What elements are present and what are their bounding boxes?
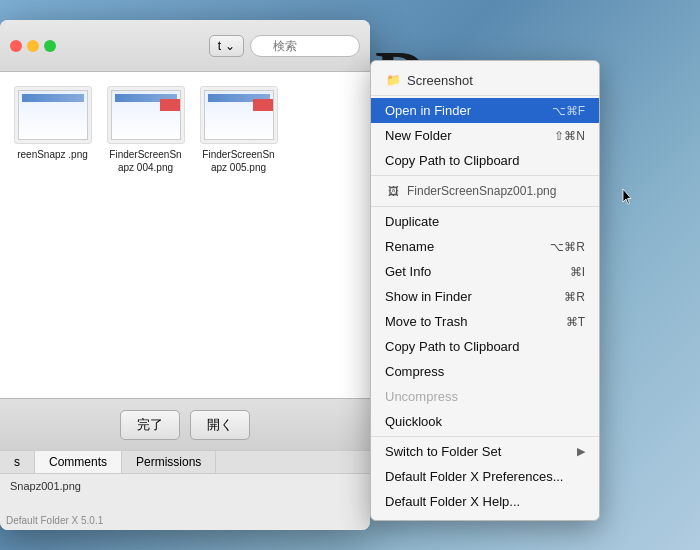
menu-item-new-folder[interactable]: New Folder ⇧⌘N <box>371 123 599 148</box>
thumb-inner <box>111 90 181 140</box>
menu-item-shortcut: ⇧⌘N <box>554 129 585 143</box>
menu-item-shortcut: ⌥⌘R <box>550 240 585 254</box>
traffic-lights <box>10 40 56 52</box>
menu-item-quicklook[interactable]: Quicklook <box>371 409 599 434</box>
menu-file-actions: Duplicate Rename ⌥⌘R Get Info ⌘I Show in… <box>371 207 599 437</box>
menu-item-get-info[interactable]: Get Info ⌘I <box>371 259 599 284</box>
folder-header-label: Screenshot <box>407 73 473 88</box>
menu-item-show-in-finder[interactable]: Show in Finder ⌘R <box>371 284 599 309</box>
thumb-red-bar <box>160 99 180 111</box>
info-filename: Snapz001.png <box>0 474 370 498</box>
file-thumbnail <box>200 86 278 144</box>
maximize-button[interactable] <box>44 40 56 52</box>
minimize-button[interactable] <box>27 40 39 52</box>
menu-item-copy-path-folder[interactable]: Copy Path to Clipboard <box>371 148 599 173</box>
menu-item-label: Open in Finder <box>385 103 471 118</box>
menu-folder-header: 📁 Screenshot <box>371 67 599 93</box>
context-menu: 📁 Screenshot Open in Finder ⌥⌘F New Fold… <box>370 60 600 521</box>
cancel-button[interactable]: 完了 <box>120 410 180 440</box>
list-item[interactable]: FinderScreenSnapz 004.png <box>103 82 188 178</box>
menu-item-duplicate[interactable]: Duplicate <box>371 209 599 234</box>
menu-item-shortcut: ⌥⌘F <box>552 104 585 118</box>
menu-item-label: New Folder <box>385 128 451 143</box>
menu-item-compress[interactable]: Compress <box>371 359 599 384</box>
submenu-arrow-icon: ▶ <box>577 445 585 458</box>
menu-item-rename[interactable]: Rename ⌥⌘R <box>371 234 599 259</box>
file-thumbnail <box>14 86 92 144</box>
menu-item-label: Rename <box>385 239 434 254</box>
menu-item-label: Get Info <box>385 264 431 279</box>
menu-item-preferences[interactable]: Default Folder X Preferences... <box>371 464 599 489</box>
menu-item-uncompress: Uncompress <box>371 384 599 409</box>
menu-bottom-actions: Switch to Folder Set ▶ Default Folder X … <box>371 437 599 516</box>
file-name: FinderScreenSnapz 004.png <box>107 148 184 174</box>
menu-file-section: 🖼 FinderScreenSnapz001.png <box>371 176 599 207</box>
finder-window: t ⌄ 🔍 reenSnapz .png F <box>0 20 370 530</box>
chevron-down-icon: ⌄ <box>225 39 235 53</box>
menu-item-move-to-trash[interactable]: Move to Trash ⌘T <box>371 309 599 334</box>
thumb-red-bar <box>253 99 273 111</box>
thumb-blue-bar <box>22 94 84 102</box>
list-item[interactable]: FinderScreenSnapz 005.png <box>196 82 281 178</box>
menu-item-help[interactable]: Default Folder X Help... <box>371 489 599 514</box>
menu-item-label: Show in Finder <box>385 289 472 304</box>
menu-item-label: Default Folder X Preferences... <box>385 469 563 484</box>
close-button[interactable] <box>10 40 22 52</box>
menu-item-shortcut: ⌘R <box>564 290 585 304</box>
menu-item-label: Copy Path to Clipboard <box>385 339 519 354</box>
finder-toolbar: t ⌄ 🔍 <box>0 20 370 72</box>
menu-item-label: Switch to Folder Set <box>385 444 501 459</box>
menu-item-switch-folder-set[interactable]: Switch to Folder Set ▶ <box>371 439 599 464</box>
menu-item-label: Uncompress <box>385 389 458 404</box>
file-header-label: FinderScreenSnapz001.png <box>407 184 556 198</box>
thumb-inner <box>204 90 274 140</box>
search-input[interactable] <box>250 35 360 57</box>
menu-folder-section: 📁 Screenshot <box>371 65 599 96</box>
file-name: FinderScreenSnapz 005.png <box>200 148 277 174</box>
search-wrapper: 🔍 <box>250 35 360 57</box>
file-name: reenSnapz .png <box>17 148 88 161</box>
open-button[interactable]: 開く <box>190 410 250 440</box>
menu-folder-actions: Open in Finder ⌥⌘F New Folder ⇧⌘N Copy P… <box>371 96 599 176</box>
thumb-inner <box>18 90 88 140</box>
menu-item-shortcut: ⌘T <box>566 315 585 329</box>
menu-item-label: Duplicate <box>385 214 439 229</box>
menu-item-label: Default Folder X Help... <box>385 494 520 509</box>
tab-permissions[interactable]: Permissions <box>122 451 216 473</box>
file-thumbnail <box>107 86 185 144</box>
menu-item-label: Quicklook <box>385 414 442 429</box>
menu-item-label: Copy Path to Clipboard <box>385 153 519 168</box>
folder-dropdown[interactable]: t ⌄ <box>209 35 244 57</box>
file-icon: 🖼 <box>385 183 401 199</box>
menu-file-header: 🖼 FinderScreenSnapz001.png <box>371 178 599 204</box>
menu-item-label: Compress <box>385 364 444 379</box>
menu-item-label: Move to Trash <box>385 314 467 329</box>
folder-icon: 📁 <box>385 72 401 88</box>
info-panel: s Comments Permissions Snapz001.png Defa… <box>0 450 370 530</box>
tab-s[interactable]: s <box>0 451 35 473</box>
tab-comments[interactable]: Comments <box>35 451 122 473</box>
finder-content: reenSnapz .png FinderScreenSnapz 004.png… <box>0 72 370 398</box>
menu-item-open-in-finder[interactable]: Open in Finder ⌥⌘F <box>371 98 599 123</box>
finder-action-bar: 完了 開く <box>0 398 370 450</box>
dropdown-label: t <box>218 39 221 53</box>
version-text: Default Folder X 5.0.1 <box>6 515 103 526</box>
info-tabs: s Comments Permissions <box>0 451 370 474</box>
menu-item-copy-path-file[interactable]: Copy Path to Clipboard <box>371 334 599 359</box>
list-item[interactable]: reenSnapz .png <box>10 82 95 178</box>
menu-item-shortcut: ⌘I <box>570 265 585 279</box>
